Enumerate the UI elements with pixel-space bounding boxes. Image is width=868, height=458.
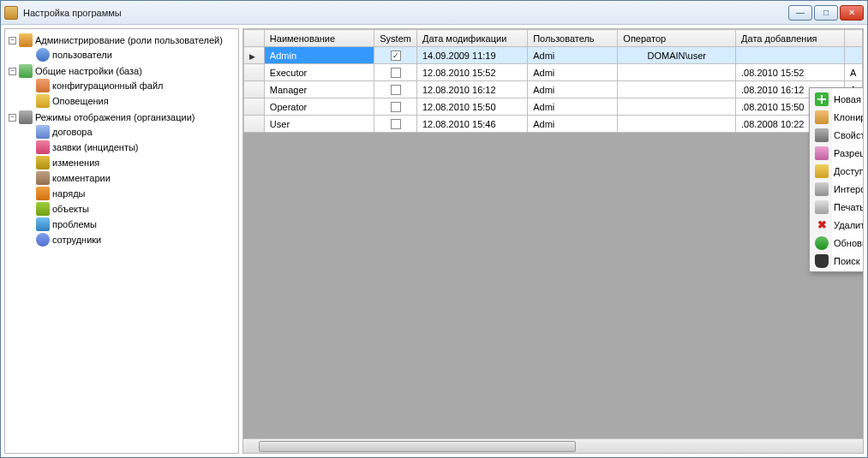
cell-name[interactable]: Admin	[264, 47, 374, 64]
close-button[interactable]: ✕	[840, 5, 864, 21]
cell-system[interactable]: ✓	[374, 47, 417, 64]
scrollbar-thumb[interactable]	[259, 441, 576, 452]
cell-user[interactable]: Admi	[528, 98, 618, 116]
tree-node-tickets[interactable]: заявки (инциденты)	[24, 140, 236, 154]
cell-user[interactable]: Admi	[528, 64, 618, 81]
cell-system[interactable]	[374, 116, 417, 133]
menu-item-разрешения[interactable]: РазрешенияF6	[811, 144, 864, 162]
cell-operator[interactable]: DOMAIN\user	[618, 47, 736, 64]
tree-node-changes[interactable]: изменения	[24, 156, 236, 170]
tree-label: Администрирование (роли пользователей)	[35, 35, 223, 45]
horizontal-scrollbar[interactable]	[243, 438, 863, 453]
tree-node-users[interactable]: пользователи	[24, 48, 236, 62]
context-menu: Новая рольInsКлонироватьCtrl+InsСвойства…	[809, 87, 864, 272]
tree-node-comments[interactable]: комментарии	[24, 171, 236, 185]
database-icon	[19, 64, 33, 78]
app-icon	[4, 6, 18, 20]
checkbox-icon[interactable]	[391, 68, 401, 78]
collapse-icon[interactable]: −	[9, 114, 16, 122]
menu-item-печать-таблицы[interactable]: Печать таблицыCtrl+P	[811, 198, 864, 216]
tree-label: изменения	[52, 158, 99, 168]
menu-item-свойства[interactable]: СвойстваF4	[811, 126, 864, 144]
tree-node-objects[interactable]: объекты	[24, 202, 236, 216]
tree-node-notify[interactable]: Оповещения	[24, 94, 236, 108]
row-indicator	[244, 47, 265, 64]
col-user[interactable]: Пользователь	[528, 30, 618, 47]
collapse-icon[interactable]: −	[9, 37, 16, 45]
tree-node-contracts[interactable]: договора	[24, 125, 236, 139]
collapse-icon[interactable]: −	[9, 68, 16, 75]
checkbox-icon[interactable]	[391, 119, 401, 129]
tree-node-orders[interactable]: наряды	[24, 187, 236, 200]
cell-name[interactable]: Executor	[264, 64, 374, 81]
menu-item-удалить[interactable]: ✖УдалитьDel	[811, 216, 864, 234]
change-icon	[36, 156, 50, 170]
table-row[interactable]: Admin✓14.09.2009 11:19AdmiDOMAIN\user	[244, 47, 863, 64]
cell-operator[interactable]	[618, 116, 736, 133]
col-extra[interactable]	[845, 30, 863, 47]
cell-name[interactable]: Manager	[264, 81, 374, 98]
perm-icon	[815, 146, 829, 160]
grid-empty-area	[243, 133, 863, 438]
cell-user[interactable]: Admi	[528, 116, 618, 133]
cell-operator[interactable]	[618, 98, 736, 116]
content-area: − Администрирование (роли пользователей)…	[1, 25, 867, 457]
menu-item-label: Доступ к данным	[834, 166, 864, 176]
tree-label: конфигурационный файл	[52, 80, 164, 91]
cell-added[interactable]: .08.2010 15:52	[736, 64, 845, 81]
col-operator[interactable]: Оператор	[618, 30, 736, 47]
menu-item-обновить[interactable]: ОбновитьF5	[811, 234, 864, 252]
col-added[interactable]: Дата добавления	[736, 30, 845, 47]
menu-item-новая-роль[interactable]: Новая рольIns	[811, 90, 864, 108]
cell-modified[interactable]: 12.08.2010 16:12	[416, 81, 527, 98]
cell-name[interactable]: User	[264, 116, 374, 133]
col-system[interactable]: System	[374, 30, 417, 47]
col-modified[interactable]: Дата модификации	[416, 30, 527, 47]
table-row[interactable]: User12.08.2010 15:46Admi.08.2008 10:22U	[244, 116, 863, 133]
window-title: Настройка программы	[23, 8, 788, 18]
roles-grid[interactable]: Наименование System Дата модификации Пол…	[243, 29, 863, 133]
menu-item-клонировать[interactable]: КлонироватьCtrl+Ins	[811, 108, 864, 126]
tree-label: наряды	[52, 188, 85, 199]
table-row[interactable]: Manager12.08.2010 16:12Admi.08.2010 16:1…	[244, 81, 863, 98]
cell-modified[interactable]: 12.08.2010 15:50	[416, 98, 527, 116]
minimize-button[interactable]: —	[788, 5, 812, 21]
cell-system[interactable]	[374, 81, 417, 98]
cell-operator[interactable]	[618, 64, 736, 81]
cell-system[interactable]	[374, 98, 417, 116]
cell-user[interactable]: Admi	[528, 81, 618, 98]
tree-node-admin[interactable]: − Администрирование (роли пользователей)	[9, 33, 236, 47]
clone-icon	[815, 110, 829, 124]
cell-modified[interactable]: 12.08.2010 15:52	[416, 64, 527, 81]
grid-wrapper: Наименование System Дата модификации Пол…	[243, 29, 863, 133]
cell-system[interactable]	[374, 64, 417, 81]
window-buttons: — □ ✕	[788, 5, 864, 21]
user-icon	[36, 48, 50, 62]
checkbox-icon[interactable]	[391, 102, 401, 112]
table-row[interactable]: Executor12.08.2010 15:52Admi.08.2010 15:…	[244, 64, 863, 81]
cell-extra[interactable]	[845, 47, 863, 64]
tree-label: Общие настройки (база)	[35, 66, 142, 76]
tree-node-staff[interactable]: сотрудники	[24, 233, 236, 247]
menu-item-интерфейс[interactable]: ИнтерфейсF10	[811, 180, 864, 198]
cell-user[interactable]: Admi	[528, 47, 618, 64]
cell-operator[interactable]	[618, 81, 736, 98]
cell-modified[interactable]: 14.09.2009 11:19	[416, 47, 527, 64]
checkbox-icon[interactable]	[391, 85, 401, 95]
table-row[interactable]: Operator12.08.2010 15:50Admi.08.2010 15:…	[244, 98, 863, 116]
comment-icon	[36, 171, 50, 185]
tree-label: сотрудники	[52, 235, 101, 245]
menu-item-поиск[interactable]: ПоискCtrl+F	[811, 252, 864, 270]
menu-item-доступ-к-данным[interactable]: Доступ к даннымF9	[811, 162, 864, 180]
tree-node-config[interactable]: конфигурационный файл	[24, 79, 236, 92]
tree-node-views[interactable]: − Режимы отображения (организации)	[9, 110, 236, 124]
cell-name[interactable]: Operator	[264, 98, 374, 116]
cell-extra[interactable]: A	[845, 64, 863, 81]
col-name[interactable]: Наименование	[264, 30, 374, 47]
cell-modified[interactable]: 12.08.2010 15:46	[416, 116, 527, 133]
cell-added[interactable]	[736, 47, 845, 64]
tree-node-general[interactable]: − Общие настройки (база)	[9, 64, 236, 78]
maximize-button[interactable]: □	[814, 5, 838, 21]
checkbox-icon[interactable]: ✓	[391, 51, 401, 61]
tree-node-problems[interactable]: проблемы	[24, 217, 236, 231]
